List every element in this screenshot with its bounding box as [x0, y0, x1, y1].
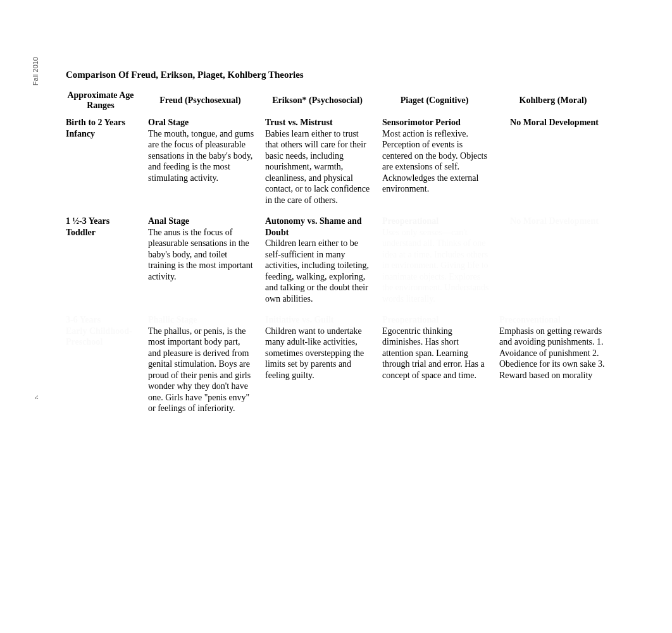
stage-title: Trust vs. Mistrust — [265, 117, 372, 128]
header-age: Approximate Age Ranges — [59, 87, 142, 114]
stage-desc: Most action is reflexive. Perception of … — [382, 128, 489, 195]
cell-age: 3-6 Years Early Childhood-Preschool — [59, 312, 142, 422]
stage-desc: The mouth, tongue, and gums are the focu… — [148, 128, 255, 184]
stage-title: Preconventional — [499, 314, 609, 326]
table-row: 1 ½-3 Years Toddler Anal Stage The anus … — [59, 213, 613, 312]
stage-title: Oral Stage — [148, 117, 255, 128]
age-line2: Infancy — [66, 128, 138, 140]
stage-title: Autonomy vs. Shame and Doubt — [265, 216, 372, 238]
stage-title: Phallic Stage — [148, 314, 255, 326]
stage-desc: Babies learn either to trust that others… — [265, 128, 372, 206]
stage-desc: The phallus, or penis, is the most impor… — [148, 326, 255, 414]
cell-piaget: Preoperational Egocentric thinking dimin… — [376, 312, 493, 422]
age-line2: Early Childhood-Preschool — [66, 326, 138, 348]
stage-title: Sensorimotor Period — [382, 117, 489, 128]
comparison-table: Approximate Age Ranges Freud (Psychosexu… — [59, 87, 613, 422]
header-freud: Freud (Psychosexual) — [142, 87, 259, 114]
page-mark: ረ — [35, 393, 39, 401]
table-title: Comparison Of Freud, Erikson, Piaget, Ko… — [59, 67, 613, 87]
header-erikson: Erikson* (Psychosocial) — [259, 87, 376, 114]
cell-freud: Oral Stage The mouth, tongue, and gums a… — [142, 114, 259, 213]
stage-title: Preoperational — [382, 314, 489, 326]
cell-erikson: Initiative vs. Guilt Children want to un… — [259, 312, 376, 422]
table-row: Birth to 2 Years Infancy Oral Stage The … — [59, 114, 613, 213]
header-kohlberg: Kohlberg (Moral) — [493, 87, 613, 114]
cell-age: 1 ½-3 Years Toddler — [59, 213, 142, 312]
age-line2: Toddler — [66, 227, 138, 238]
table-header-row: Approximate Age Ranges Freud (Psychosexu… — [59, 87, 613, 114]
document-container: Comparison Of Freud, Erikson, Piaget, Ko… — [59, 67, 613, 422]
stage-desc: Children want to undertake many adult-li… — [265, 326, 372, 381]
stage-desc: Uses only senses—can't understand all. T… — [382, 227, 489, 305]
cell-piaget: Preoperational Uses only senses—can't un… — [376, 213, 493, 312]
cell-erikson: Trust vs. Mistrust Babies learn either t… — [259, 114, 376, 213]
cell-kohlberg: No Moral Development — [493, 213, 613, 312]
cell-erikson: Autonomy vs. Shame and Doubt Children le… — [259, 213, 376, 312]
stage-title: Anal Stage — [148, 216, 255, 227]
cell-freud: Anal Stage The anus is the focus of plea… — [142, 213, 259, 312]
cell-kohlberg: Preconventional Emphasis on getting rewa… — [493, 312, 613, 422]
cell-age: Birth to 2 Years Infancy — [59, 114, 142, 213]
side-label: Fall 2010 — [32, 57, 39, 85]
stage-desc: Egocentric thinking diminishes. Has shor… — [382, 326, 489, 381]
stage-title: Initiative vs. Guilt — [265, 314, 372, 326]
stage-desc: Emphasis on getting rewards and avoiding… — [499, 326, 609, 381]
cell-freud: Phallic Stage The phallus, or penis, is … — [142, 312, 259, 422]
stage-desc: Children learn either to be self-suffici… — [265, 238, 372, 304]
stage-desc: The anus is the focus of pleasurable sen… — [148, 227, 255, 283]
age-line1: Birth to 2 Years — [66, 117, 138, 128]
age-line1: 1 ½-3 Years — [66, 216, 138, 227]
table-row: 3-6 Years Early Childhood-Preschool Phal… — [59, 312, 613, 422]
cell-kohlberg: No Moral Development — [493, 114, 613, 213]
cell-piaget: Sensorimotor Period Most action is refle… — [376, 114, 493, 213]
header-piaget: Piaget (Cognitive) — [376, 87, 493, 114]
stage-title: Preoperational — [382, 216, 489, 227]
age-line1: 3-6 Years — [66, 314, 138, 326]
